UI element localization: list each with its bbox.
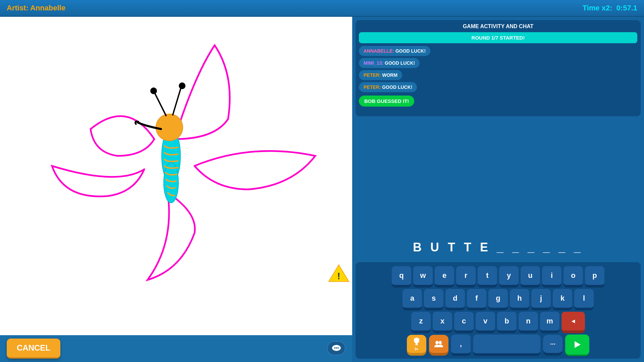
chat-messages-area: ANNABELLE: GOOD LUCK! MIMI_13: GOOD LUCK… [359,46,637,113]
keyboard-row-1: q w e r t y u i o p [360,266,637,286]
canvas-area[interactable]: ! CANCEL [0,17,352,362]
svg-line-19 [419,339,419,339]
header-artist: Artist: Annabelle [7,4,65,12]
svg-text:!: ! [337,271,340,281]
header-bar: Artist: Annabelle Time x2: 0:57.1 [0,0,644,17]
key-t[interactable]: t [478,266,497,286]
chat-message-2: MIMI_13: GOOD LUCK! [359,58,420,68]
chat-text-4: GOOD LUCK! [382,84,412,90]
artist-label: Artist: [7,4,29,12]
key-u[interactable]: u [521,266,540,286]
key-q[interactable]: q [392,266,411,286]
key-d[interactable]: d [445,289,465,309]
chat-username-4: PETER: [364,84,381,90]
round-banner: ROUND 1/7 STARTED! [359,32,637,43]
chat-section: GAME ACTIVITY AND CHAT ROUND 1/7 STARTED… [356,20,641,116]
svg-rect-15 [416,344,418,345]
key-g[interactable]: g [488,289,508,309]
chat-username-3: PETER: [364,72,381,78]
drawing-canvas[interactable]: ! [0,17,352,362]
chat-bubble-icon [332,345,341,352]
chat-message-3: PETER: WORM [359,70,402,80]
bob-guessed-banner: BOB GUESSED IT! [359,96,414,107]
key-b[interactable]: b [497,312,517,332]
key-s[interactable]: s [424,289,443,309]
svg-point-6 [179,82,185,89]
key-j[interactable]: j [531,289,551,309]
key-c[interactable]: c [454,312,474,332]
key-x[interactable]: x [433,312,452,332]
key-h[interactable]: h [510,289,529,309]
key-i[interactable]: i [542,266,561,286]
key-o[interactable]: o [564,266,583,286]
right-panel: GAME ACTIVITY AND CHAT ROUND 1/7 STARTED… [352,17,644,362]
key-p[interactable]: p [585,266,604,286]
comma-button[interactable]: , [451,335,471,355]
chat-username-1: ANNABELLE: [364,48,394,54]
timer-value: 0:57.1 [616,4,637,12]
key-k[interactable]: k [553,289,572,309]
chat-title: GAME ACTIVITY AND CHAT [359,23,637,29]
cancel-button[interactable]: CANCEL [7,339,60,359]
spacebar-button[interactable] [473,335,540,355]
svg-point-2 [156,114,183,141]
play-icon [573,340,582,349]
key-y[interactable]: y [499,266,519,286]
svg-line-3 [154,92,166,116]
svg-point-4 [150,87,157,94]
key-e[interactable]: e [435,266,454,286]
submit-button[interactable] [565,335,589,355]
key-a[interactable]: a [402,289,422,309]
chat-icon-button[interactable] [327,341,345,355]
hint-button[interactable]: 9+ [407,335,426,354]
main-layout: ! CANCEL GAME ACTIVITY AND CHAT ROUND 1/… [0,17,644,362]
header-timer: Time x2: 0:57.1 [583,4,637,12]
keyboard-row-2: a s d f g h j k l [360,289,637,309]
key-f[interactable]: f [467,289,486,309]
chat-text-1: GOOD LUCK! [395,48,426,54]
word-display: B U T T E _ _ _ _ _ _ [356,235,641,259]
chat-message-1: ANNABELLE: GOOD LUCK! [359,46,430,56]
bottom-bar: CANCEL [0,335,352,362]
hint-label: 9+ [415,347,418,351]
svg-point-20 [435,341,439,344]
timer-label: Time x2: [583,4,612,12]
svg-point-13 [337,347,339,349]
friends-icon: 9+ [434,340,444,348]
artist-name: Annabelle [30,4,65,12]
key-z[interactable]: z [411,312,431,332]
lightbulb-icon [412,337,421,347]
key-r[interactable]: r [456,266,476,286]
keyboard-section: q w e r t y u i o p a s d f g h j k [356,262,641,359]
key-w[interactable]: w [413,266,433,286]
key-v[interactable]: v [476,312,495,332]
chat-username-2: MIMI_13: [364,60,383,66]
keyboard-row-3: z x c v b n m ◄ [360,312,637,332]
options-button[interactable]: ··· [543,335,562,354]
key-n[interactable]: n [519,312,538,332]
friends-button[interactable]: 9+ [429,335,448,354]
svg-marker-23 [575,341,581,348]
svg-point-12 [336,347,337,349]
svg-rect-16 [415,345,418,345]
svg-line-18 [414,339,415,339]
chat-text-2: GOOD LUCK! [385,60,415,66]
key-m[interactable]: m [540,312,559,332]
key-l[interactable]: l [574,289,594,309]
svg-text:9+: 9+ [441,341,444,344]
svg-point-11 [334,347,335,349]
chat-message-4: PETER: GOOD LUCK! [359,82,417,92]
backspace-button[interactable]: ◄ [561,312,585,332]
action-row: 9+ 9+ , ··· [360,335,637,355]
chat-text-3: WORM [382,72,397,78]
svg-line-5 [173,87,181,115]
